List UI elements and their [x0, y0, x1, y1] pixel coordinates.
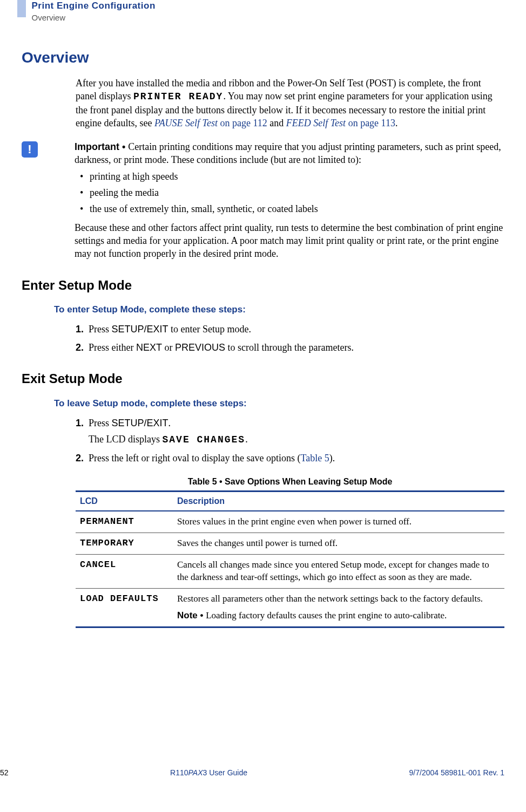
key-setup-exit: SETUP/EXIT: [112, 324, 168, 335]
table-row: TEMPORARY Saves the changes until power …: [76, 533, 504, 554]
intro-text: .: [395, 118, 398, 128]
table-row: CANCEL Cancels all changes made since yo…: [76, 554, 504, 588]
important-bullets: •printing at high speeds •peeling the me…: [80, 170, 504, 216]
bullet-item: peeling the media: [90, 186, 159, 199]
intro-text: and: [267, 118, 286, 128]
doc-rev: 9/7/2004 58981L-001 Rev. 1: [409, 768, 504, 778]
step-number: 1.: [76, 323, 89, 336]
doc-title: R110PAX3 User Guide: [170, 768, 247, 778]
exit-steps-list: 1. Press SETUP/EXIT. The LCD displays SA…: [76, 417, 504, 465]
important-text: Certain printing conditions may require …: [75, 141, 501, 165]
bullet-item: printing at high speeds: [90, 170, 178, 183]
table-row: LOAD DEFAULTS Restores all parameters ot…: [76, 588, 504, 627]
lcd-value: CANCEL: [76, 554, 173, 588]
save-changes-code: SAVE CHANGES: [163, 434, 246, 445]
intro-paragraph: After you have installed the media and r…: [76, 77, 504, 129]
section-exit-setup: Exit Setup Mode: [22, 370, 504, 387]
header-accent-bar: [17, 0, 26, 17]
step-number: 2.: [76, 452, 89, 465]
save-options-table: LCD Description PERMANENT Stores values …: [76, 490, 504, 627]
page-title: Overview: [22, 47, 504, 68]
key-previous: PREVIOUS: [175, 342, 225, 353]
important-after: Because these and other factors affect p…: [75, 221, 504, 261]
enter-steps-heading: To enter Setup Mode, complete these step…: [54, 304, 504, 316]
lcd-value: LOAD DEFAULTS: [76, 588, 173, 627]
lcd-desc: Restores all parameters other than the n…: [173, 588, 504, 627]
important-icon: !: [22, 141, 38, 158]
important-callout: ! Important • Certain printing condition…: [22, 140, 504, 260]
running-header: Print Engine Configuration Overview: [17, 0, 504, 23]
important-label: Important •: [75, 141, 128, 152]
lcd-desc: Cancels all changes made since you enter…: [173, 554, 504, 588]
table-row: PERMANENT Stores values in the print eng…: [76, 511, 504, 533]
exit-steps-heading: To leave Setup mode, complete these step…: [54, 398, 504, 410]
lcd-value: PERMANENT: [76, 511, 173, 533]
page-number: 52: [0, 768, 9, 778]
note-label: Note •: [177, 610, 206, 620]
chapter-section: Overview: [32, 12, 156, 23]
chapter-title: Print Engine Configuration: [32, 0, 156, 12]
step-number: 2.: [76, 341, 89, 354]
link-table-5[interactable]: Table 5: [300, 453, 329, 463]
lcd-desc: Stores values in the print engine even w…: [173, 511, 504, 533]
link-pause-self-test[interactable]: PAUSE Self Test on page 112: [154, 118, 267, 128]
lcd-desc: Saves the changes until power is turned …: [173, 533, 504, 554]
bullet-item: the use of extremely thin, small, synthe…: [90, 202, 318, 215]
link-feed-self-test[interactable]: FEED Self Test on page 113: [286, 118, 395, 128]
key-setup-exit: SETUP/EXIT: [112, 418, 168, 428]
section-enter-setup: Enter Setup Mode: [22, 277, 504, 294]
step-number: 1.: [76, 417, 89, 429]
page-footer: 52 R110PAX3 User Guide 9/7/2004 58981L-0…: [0, 768, 504, 778]
printer-ready-code: PRINTER READY: [133, 91, 223, 102]
col-lcd: LCD: [76, 492, 173, 511]
lcd-value: TEMPORARY: [76, 533, 173, 554]
col-description: Description: [173, 492, 504, 511]
enter-steps-list: 1. Press SETUP/EXIT to enter Setup mode.…: [76, 323, 504, 354]
note-text: Loading factory defaults causes the prin…: [206, 610, 447, 620]
table-caption: Table 5 • Save Options When Leaving Setu…: [76, 476, 504, 488]
key-next: NEXT: [136, 342, 162, 353]
